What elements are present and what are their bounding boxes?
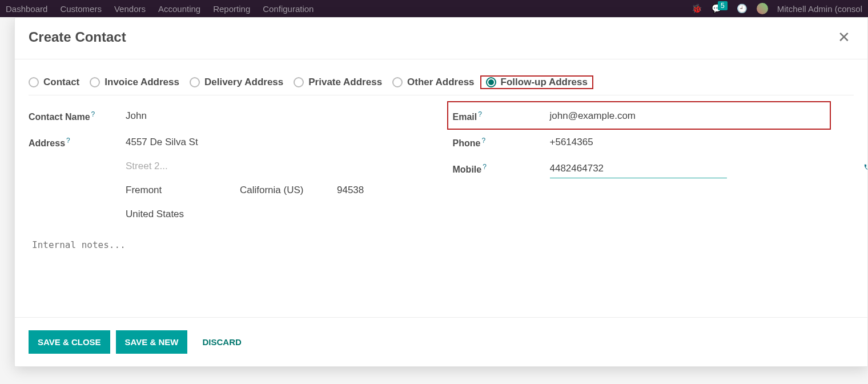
contact-name-field[interactable]: John [126, 107, 147, 125]
phone-icon [863, 163, 867, 171]
street1-field[interactable]: 4557 De Silva St [126, 133, 388, 151]
radio-invoice-address[interactable]: Invoice Address [90, 77, 179, 88]
nav-customers[interactable]: Customers [60, 4, 102, 14]
radio-contact[interactable]: Contact [29, 77, 79, 88]
nav-accounting[interactable]: Accounting [158, 4, 200, 14]
help-icon[interactable]: ? [478, 110, 482, 118]
bug-icon[interactable]: 🐞 [692, 3, 702, 14]
call-link[interactable]: Call [863, 162, 867, 172]
save-close-button[interactable]: SAVE & CLOSE [29, 330, 110, 354]
top-nav: Dashboard Customers Vendors Accounting R… [0, 0, 868, 17]
discard-button[interactable]: DISCARD [193, 330, 250, 354]
state-field[interactable]: California (US) [240, 181, 337, 199]
nav-reporting[interactable]: Reporting [213, 4, 250, 14]
create-contact-modal: Create Contact ✕ Contact Invoice Address… [14, 17, 868, 367]
label-mobile: Mobile? [453, 159, 550, 175]
zip-field[interactable]: 94538 [337, 181, 388, 199]
mobile-field[interactable] [550, 159, 727, 178]
label-phone: Phone? [453, 133, 550, 149]
radio-other-address[interactable]: Other Address [392, 77, 474, 88]
label-email: Email? [453, 107, 550, 122]
internal-notes-field[interactable] [29, 231, 854, 269]
nav-dashboard[interactable]: Dashboard [6, 4, 47, 14]
email-field[interactable]: john@example.com [550, 107, 636, 125]
radio-private-address[interactable]: Private Address [294, 77, 382, 88]
city-field[interactable]: Fremont [126, 181, 240, 199]
phone-field[interactable]: +5614365 [550, 133, 593, 151]
country-field[interactable]: United States [126, 205, 388, 223]
street2-field[interactable]: Street 2... [126, 157, 388, 175]
radio-followup-address[interactable]: Follow-up Address [486, 77, 588, 88]
user-name[interactable]: Mitchell Admin (consol [777, 4, 862, 14]
radio-delivery-address[interactable]: Delivery Address [190, 77, 283, 88]
clock-icon[interactable]: 🕘 [737, 3, 748, 14]
label-contact-name: Contact Name? [29, 107, 126, 122]
contact-type-radios: Contact Invoice Address Delivery Address… [29, 69, 854, 95]
radio-checked-icon [486, 77, 496, 87]
close-icon[interactable]: ✕ [834, 30, 854, 45]
save-new-button[interactable]: SAVE & NEW [116, 330, 188, 354]
nav-vendors[interactable]: Vendors [114, 4, 146, 14]
avatar[interactable] [757, 3, 768, 14]
label-address: Address? [29, 133, 126, 149]
help-icon[interactable]: ? [483, 163, 487, 171]
help-icon[interactable]: ? [91, 110, 95, 118]
help-icon[interactable]: ? [66, 137, 70, 145]
modal-title: Create Contact [29, 29, 126, 45]
nav-configuration[interactable]: Configuration [263, 4, 314, 14]
help-icon[interactable]: ? [481, 137, 485, 145]
chat-icon[interactable]: 💬5 [712, 3, 728, 14]
chat-badge: 5 [718, 1, 728, 10]
